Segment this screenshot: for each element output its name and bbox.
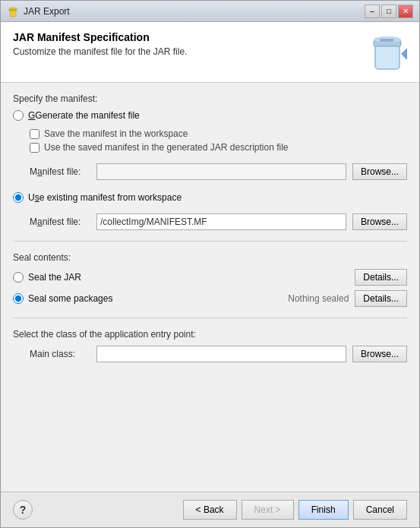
content-area: JAR Manifest Specification Customize the… bbox=[1, 22, 419, 527]
use-existing-manifest-option[interactable]: Use existing manifest from workspace bbox=[13, 192, 407, 203]
manifest-file-row-2: Manifest file: Browse... bbox=[30, 213, 407, 230]
seal-section: Seal contents: Seal the JAR Details... S… bbox=[13, 252, 407, 307]
svg-point-2 bbox=[9, 7, 17, 9]
save-manifest-checkbox[interactable] bbox=[30, 129, 39, 139]
svg-rect-3 bbox=[375, 45, 399, 69]
svg-marker-7 bbox=[401, 48, 407, 60]
seal-some-row: Seal some packages Nothing sealed Detail… bbox=[13, 290, 407, 307]
main-class-browse-button[interactable]: Browse... bbox=[352, 346, 407, 362]
cancel-button[interactable]: Cancel bbox=[353, 500, 407, 520]
main-class-row: Main class: Browse... bbox=[30, 346, 407, 362]
finish-button[interactable]: Finish bbox=[298, 500, 349, 520]
seal-jar-label: Seal the JAR bbox=[28, 272, 81, 283]
page-subtitle: Customize the manifest file for the JAR … bbox=[13, 46, 187, 57]
minimize-button[interactable]: – bbox=[365, 5, 380, 18]
main-content: Specify the manifest: GGenerate the mani… bbox=[1, 83, 419, 492]
title-bar-controls: – □ ✕ bbox=[365, 5, 413, 18]
use-existing-manifest-radio[interactable] bbox=[13, 192, 24, 203]
seal-section-label: Seal contents: bbox=[13, 252, 407, 263]
seal-some-left[interactable]: Seal some packages bbox=[13, 293, 112, 304]
title-bar-left: JAR Export bbox=[7, 5, 70, 17]
manifest-radio-group: GGenerate the manifest file Save the man… bbox=[13, 110, 407, 230]
generate-checkboxes: Save the manifest in the workspace Use t… bbox=[30, 128, 407, 153]
header-text: JAR Manifest Specification Customize the… bbox=[13, 31, 187, 57]
footer-buttons: < Back Next > Finish Cancel bbox=[183, 500, 407, 520]
manifest-file-input-1 bbox=[96, 163, 346, 180]
svg-rect-6 bbox=[380, 39, 393, 42]
window-title: JAR Export bbox=[24, 6, 70, 17]
manifest-file-label-1: Manifest file: bbox=[30, 166, 90, 177]
use-saved-manifest-label: Use the saved manifest in the generated … bbox=[44, 142, 289, 153]
use-existing-manifest-label: Use existing manifest from workspace bbox=[28, 192, 182, 203]
use-saved-manifest-checkbox[interactable] bbox=[30, 143, 39, 153]
seal-some-details-button[interactable]: Details... bbox=[355, 290, 407, 307]
seal-jar-left[interactable]: Seal the JAR bbox=[13, 272, 81, 283]
main-class-input[interactable] bbox=[96, 346, 346, 362]
main-class-label: Main class: bbox=[30, 349, 90, 359]
page-title: JAR Manifest Specification bbox=[13, 31, 187, 43]
seal-jar-row: Seal the JAR Details... bbox=[13, 269, 407, 286]
generate-manifest-option[interactable]: GGenerate the manifest file bbox=[13, 110, 407, 121]
manifest-file-row-1: Manifest file: Browse... bbox=[30, 163, 407, 180]
manifest-file-input-2[interactable] bbox=[96, 213, 346, 230]
window: JAR Export – □ ✕ JAR Manifest Specificat… bbox=[0, 0, 420, 528]
close-button[interactable]: ✕ bbox=[398, 5, 413, 18]
title-bar: JAR Export – □ ✕ bbox=[1, 1, 419, 22]
maximize-button[interactable]: □ bbox=[381, 5, 396, 18]
save-manifest-label: Save the manifest in the workspace bbox=[44, 128, 188, 139]
header-section: JAR Manifest Specification Customize the… bbox=[1, 22, 419, 83]
seal-jar-details-button[interactable]: Details... bbox=[355, 269, 407, 286]
jar-icon bbox=[7, 5, 19, 17]
browse-button-1[interactable]: Browse... bbox=[352, 163, 407, 180]
divider-2 bbox=[13, 318, 407, 318]
footer: ? < Back Next > Finish Cancel bbox=[1, 492, 419, 527]
manifest-section-label: Specify the manifest: bbox=[13, 93, 407, 104]
help-button[interactable]: ? bbox=[13, 500, 33, 520]
generate-manifest-radio[interactable] bbox=[13, 110, 24, 121]
seal-some-label: Seal some packages bbox=[28, 293, 112, 304]
generate-manifest-label: GGenerate the manifest file bbox=[28, 110, 140, 121]
jar-graphic bbox=[369, 31, 407, 73]
seal-jar-radio[interactable] bbox=[13, 272, 24, 283]
entry-section-label: Select the class of the application entr… bbox=[13, 329, 407, 340]
back-button[interactable]: < Back bbox=[183, 500, 237, 520]
svg-rect-0 bbox=[10, 10, 16, 17]
use-saved-manifest-checkbox-item[interactable]: Use the saved manifest in the generated … bbox=[30, 142, 407, 153]
seal-some-radio[interactable] bbox=[13, 293, 24, 304]
nothing-sealed-text: Nothing sealed bbox=[288, 293, 349, 304]
manifest-file-label-2: Manifest file: bbox=[30, 217, 90, 227]
browse-button-2[interactable]: Browse... bbox=[352, 213, 407, 230]
next-button[interactable]: Next > bbox=[242, 500, 294, 520]
save-manifest-checkbox-item[interactable]: Save the manifest in the workspace bbox=[30, 128, 407, 139]
divider-1 bbox=[13, 241, 407, 242]
